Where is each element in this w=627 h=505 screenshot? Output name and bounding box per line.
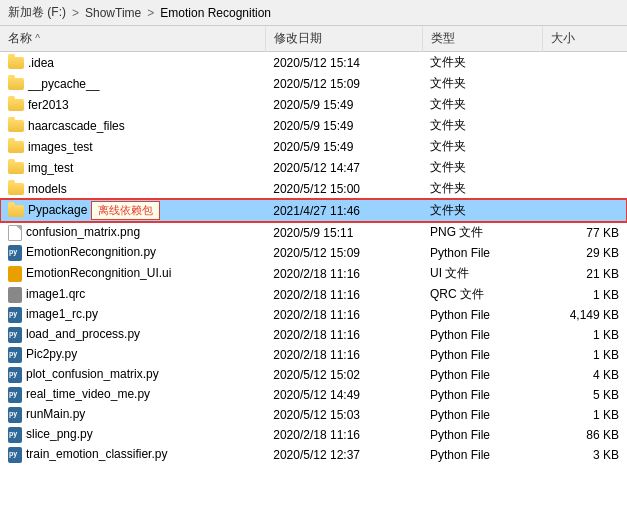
file-date: 2020/5/9 15:49 — [265, 115, 422, 136]
table-row[interactable]: runMain.py2020/5/12 15:03Python File1 KB — [0, 405, 627, 425]
file-type: 文件夹 — [422, 157, 543, 178]
file-name: images_test — [28, 140, 93, 154]
file-date: 2021/4/27 11:46 — [265, 199, 422, 222]
file-date: 2020/5/12 15:09 — [265, 243, 422, 263]
folder-icon — [8, 99, 24, 111]
file-name: image1.qrc — [26, 287, 85, 301]
file-date: 2020/5/12 15:00 — [265, 178, 422, 199]
file-type: Python File — [422, 365, 543, 385]
table-row[interactable]: images_test2020/5/9 15:49文件夹 — [0, 136, 627, 157]
file-type: 文件夹 — [422, 52, 543, 74]
table-row[interactable]: EmotionRecongnition_UI.ui2020/2/18 11:16… — [0, 263, 627, 284]
file-size: 1 KB — [543, 405, 627, 425]
file-size — [543, 136, 627, 157]
file-name: Pypackage — [28, 203, 87, 217]
file-name: train_emotion_classifier.py — [26, 447, 167, 461]
col-header-size[interactable]: 大小 — [543, 26, 627, 52]
file-size: 77 KB — [543, 222, 627, 243]
file-date: 2020/5/9 15:49 — [265, 94, 422, 115]
table-row[interactable]: fer20132020/5/9 15:49文件夹 — [0, 94, 627, 115]
table-row[interactable]: Pypackage离线依赖包2021/4/27 11:46文件夹 — [0, 199, 627, 222]
table-row[interactable]: plot_confusion_matrix.py2020/5/12 15:02P… — [0, 365, 627, 385]
file-date: 2020/2/18 11:16 — [265, 263, 422, 284]
table-row[interactable]: image1_rc.py2020/2/18 11:16Python File4,… — [0, 305, 627, 325]
py-icon — [8, 427, 22, 443]
folder-icon — [8, 141, 24, 153]
folder-icon — [8, 183, 24, 195]
py-icon — [8, 347, 22, 363]
file-size: 1 KB — [543, 325, 627, 345]
file-type: 文件夹 — [422, 73, 543, 94]
tooltip-label: 离线依赖包 — [91, 201, 160, 220]
table-row[interactable]: haarcascade_files2020/5/9 15:49文件夹 — [0, 115, 627, 136]
file-type: Python File — [422, 345, 543, 365]
file-name: runMain.py — [26, 407, 85, 421]
table-row[interactable]: load_and_process.py2020/2/18 11:16Python… — [0, 325, 627, 345]
file-type: 文件夹 — [422, 94, 543, 115]
file-type: 文件夹 — [422, 199, 543, 222]
table-row[interactable]: train_emotion_classifier.py2020/5/12 12:… — [0, 445, 627, 465]
file-size — [543, 157, 627, 178]
py-icon — [8, 367, 22, 383]
table-row[interactable]: EmotionRecongnition.py2020/5/12 15:09Pyt… — [0, 243, 627, 263]
file-date: 2020/2/18 11:16 — [265, 284, 422, 305]
col-header-date[interactable]: 修改日期 — [265, 26, 422, 52]
table-row[interactable]: models2020/5/12 15:00文件夹 — [0, 178, 627, 199]
table-row[interactable]: Pic2py.py2020/2/18 11:16Python File1 KB — [0, 345, 627, 365]
table-row[interactable]: image1.qrc2020/2/18 11:16QRC 文件1 KB — [0, 284, 627, 305]
qrc-icon — [8, 287, 22, 303]
file-date: 2020/2/18 11:16 — [265, 305, 422, 325]
file-size — [543, 178, 627, 199]
file-date: 2020/2/18 11:16 — [265, 345, 422, 365]
file-type: Python File — [422, 385, 543, 405]
col-header-name[interactable]: 名称 ^ — [0, 26, 265, 52]
table-row[interactable]: img_test2020/5/12 14:47文件夹 — [0, 157, 627, 178]
breadcrumb-sep1: > — [72, 6, 79, 20]
table-row[interactable]: .idea2020/5/12 15:14文件夹 — [0, 52, 627, 74]
table-row[interactable]: slice_png.py2020/2/18 11:16Python File86… — [0, 425, 627, 445]
file-type: Python File — [422, 445, 543, 465]
file-date: 2020/2/18 11:16 — [265, 325, 422, 345]
png-icon — [8, 225, 22, 241]
breadcrumb-current: Emotion Recognition — [160, 6, 271, 20]
py-icon — [8, 387, 22, 403]
breadcrumb-sep2: > — [147, 6, 154, 20]
file-date: 2020/5/12 14:49 — [265, 385, 422, 405]
file-name: EmotionRecongnition_UI.ui — [26, 266, 171, 280]
file-size: 1 KB — [543, 345, 627, 365]
file-date: 2020/5/9 15:49 — [265, 136, 422, 157]
ui-icon — [8, 266, 22, 282]
table-row[interactable]: __pycache__2020/5/12 15:09文件夹 — [0, 73, 627, 94]
file-date: 2020/5/9 15:11 — [265, 222, 422, 243]
breadcrumb-mid[interactable]: ShowTime — [85, 6, 141, 20]
col-header-type[interactable]: 类型 — [422, 26, 543, 52]
table-row[interactable]: real_time_video_me.py2020/5/12 14:49Pyth… — [0, 385, 627, 405]
file-date: 2020/5/12 15:02 — [265, 365, 422, 385]
breadcrumb-root[interactable]: 新加卷 (F:) — [8, 4, 66, 21]
sort-arrow: ^ — [35, 33, 40, 44]
folder-icon — [8, 205, 24, 217]
file-date: 2020/2/18 11:16 — [265, 425, 422, 445]
file-size: 5 KB — [543, 385, 627, 405]
file-name: fer2013 — [28, 98, 69, 112]
file-type: 文件夹 — [422, 178, 543, 199]
file-size — [543, 199, 627, 222]
file-name: .idea — [28, 56, 54, 70]
file-date: 2020/5/12 12:37 — [265, 445, 422, 465]
file-type: Python File — [422, 325, 543, 345]
file-table: 名称 ^ 修改日期 类型 大小 .idea2020/5/12 15:14文件夹_… — [0, 26, 627, 465]
file-size: 29 KB — [543, 243, 627, 263]
folder-icon — [8, 57, 24, 69]
file-size: 4,149 KB — [543, 305, 627, 325]
file-type: UI 文件 — [422, 263, 543, 284]
file-size: 21 KB — [543, 263, 627, 284]
file-name: img_test — [28, 161, 73, 175]
file-list-area: 名称 ^ 修改日期 类型 大小 .idea2020/5/12 15:14文件夹_… — [0, 26, 627, 505]
table-row[interactable]: confusion_matrix.png2020/5/9 15:11PNG 文件… — [0, 222, 627, 243]
title-bar: 新加卷 (F:) > ShowTime > Emotion Recognitio… — [0, 0, 627, 26]
file-size: 86 KB — [543, 425, 627, 445]
column-headers: 名称 ^ 修改日期 类型 大小 — [0, 26, 627, 52]
folder-icon — [8, 78, 24, 90]
py-icon — [8, 327, 22, 343]
file-date: 2020/5/12 14:47 — [265, 157, 422, 178]
